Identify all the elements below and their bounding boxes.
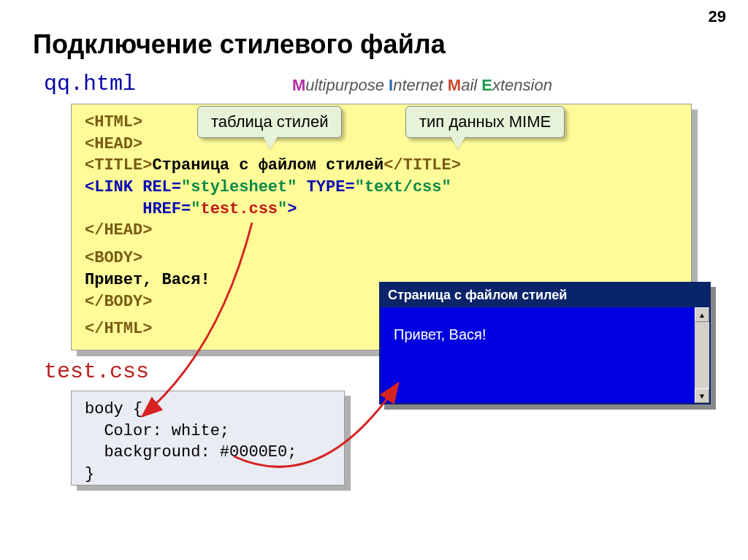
filename-html: qq.html [44, 72, 136, 96]
callout-mime: тип данных MIME [405, 106, 565, 138]
browser-body: Привет, Вася! ▲ ▼ [381, 307, 709, 403]
callout-tail-icon [449, 134, 467, 149]
page-number: 29 [709, 7, 726, 26]
browser-window: Страница с файлом стилей Привет, Вася! ▲… [379, 282, 711, 404]
mime-letter-e: E [481, 76, 492, 94]
filename-css: test.css [44, 359, 149, 384]
mime-letter-m2: M [448, 76, 461, 94]
mime-expansion: Multipurpose Internet Mail Extension [292, 76, 552, 95]
scrollbar[interactable]: ▲ ▼ [695, 307, 709, 403]
page-title: Подключение стилевого файла [33, 29, 446, 60]
browser-title-bar: Страница с файлом стилей [381, 283, 709, 307]
scroll-up-icon[interactable]: ▲ [695, 307, 709, 322]
browser-content: Привет, Вася! [381, 307, 695, 403]
callout-tail-icon [262, 134, 279, 149]
mime-letter-m: M [292, 76, 305, 94]
scroll-down-icon[interactable]: ▼ [695, 388, 709, 403]
callout-stylesheet: таблица стилей [197, 106, 342, 138]
code-block-css: body { Color: white; background: #0000E0… [71, 391, 345, 486]
